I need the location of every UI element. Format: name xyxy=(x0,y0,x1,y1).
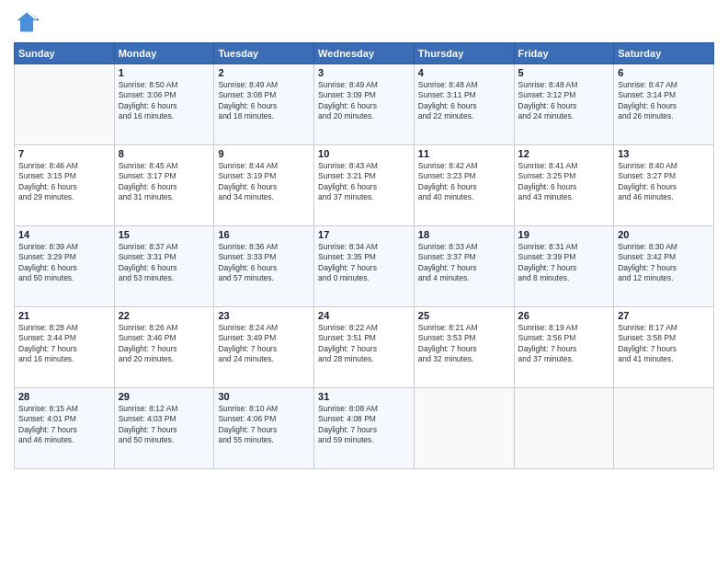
day-info: Sunrise: 8:19 AMSunset: 3:56 PMDaylight:… xyxy=(518,323,610,365)
calendar-cell: 30Sunrise: 8:10 AMSunset: 4:06 PMDayligh… xyxy=(214,388,314,469)
calendar-page: SundayMondayTuesdayWednesdayThursdayFrid… xyxy=(0,0,728,563)
day-number: 4 xyxy=(418,67,510,78)
weekday-header-cell: Monday xyxy=(114,43,214,64)
calendar-cell: 9Sunrise: 8:44 AMSunset: 3:19 PMDaylight… xyxy=(214,145,314,226)
weekday-header-cell: Tuesday xyxy=(214,43,314,64)
weekday-header-cell: Friday xyxy=(514,43,614,64)
day-info: Sunrise: 8:10 AMSunset: 4:06 PMDaylight:… xyxy=(218,404,310,446)
day-number: 2 xyxy=(218,67,310,78)
calendar-cell xyxy=(15,64,115,145)
calendar-cell: 17Sunrise: 8:34 AMSunset: 3:35 PMDayligh… xyxy=(314,226,415,307)
day-number: 7 xyxy=(18,148,110,159)
weekday-header-cell: Sunday xyxy=(15,43,115,64)
calendar-week-row: 21Sunrise: 8:28 AMSunset: 3:44 PMDayligh… xyxy=(15,307,714,388)
day-number: 17 xyxy=(318,229,410,240)
calendar-cell: 28Sunrise: 8:15 AMSunset: 4:01 PMDayligh… xyxy=(15,388,115,469)
day-info: Sunrise: 8:39 AMSunset: 3:29 PMDaylight:… xyxy=(18,242,110,284)
day-number: 19 xyxy=(518,229,610,240)
day-info: Sunrise: 8:08 AMSunset: 4:08 PMDaylight:… xyxy=(318,404,410,446)
calendar-cell: 15Sunrise: 8:37 AMSunset: 3:31 PMDayligh… xyxy=(114,226,214,307)
day-number: 16 xyxy=(218,229,310,240)
day-number: 15 xyxy=(119,229,210,240)
day-number: 8 xyxy=(119,148,210,159)
day-info: Sunrise: 8:47 AMSunset: 3:14 PMDaylight:… xyxy=(618,80,710,122)
day-info: Sunrise: 8:34 AMSunset: 3:35 PMDaylight:… xyxy=(318,242,410,284)
calendar-cell: 27Sunrise: 8:17 AMSunset: 3:58 PMDayligh… xyxy=(614,307,714,388)
day-info: Sunrise: 8:49 AMSunset: 3:08 PMDaylight:… xyxy=(218,80,310,122)
calendar-cell: 11Sunrise: 8:42 AMSunset: 3:23 PMDayligh… xyxy=(414,145,514,226)
day-number: 28 xyxy=(18,391,110,402)
calendar-cell xyxy=(614,388,714,469)
calendar-cell: 24Sunrise: 8:22 AMSunset: 3:51 PMDayligh… xyxy=(314,307,415,388)
day-number: 26 xyxy=(518,310,610,321)
day-number: 30 xyxy=(218,391,310,402)
weekday-header-cell: Wednesday xyxy=(314,43,415,64)
day-number: 10 xyxy=(318,148,410,159)
calendar-cell: 2Sunrise: 8:49 AMSunset: 3:08 PMDaylight… xyxy=(214,64,314,145)
header xyxy=(14,9,714,35)
calendar-cell xyxy=(514,388,614,469)
calendar-table: SundayMondayTuesdayWednesdayThursdayFrid… xyxy=(14,42,714,469)
calendar-cell: 16Sunrise: 8:36 AMSunset: 3:33 PMDayligh… xyxy=(214,226,314,307)
day-info: Sunrise: 8:40 AMSunset: 3:27 PMDaylight:… xyxy=(618,161,710,203)
day-info: Sunrise: 8:12 AMSunset: 4:03 PMDaylight:… xyxy=(119,404,210,446)
calendar-cell: 10Sunrise: 8:43 AMSunset: 3:21 PMDayligh… xyxy=(314,145,415,226)
day-info: Sunrise: 8:28 AMSunset: 3:44 PMDaylight:… xyxy=(18,323,110,365)
calendar-cell: 25Sunrise: 8:21 AMSunset: 3:53 PMDayligh… xyxy=(414,307,514,388)
day-number: 9 xyxy=(218,148,310,159)
day-info: Sunrise: 8:49 AMSunset: 3:09 PMDaylight:… xyxy=(318,80,410,122)
weekday-header-cell: Saturday xyxy=(614,43,714,64)
day-number: 29 xyxy=(119,391,210,402)
calendar-cell: 1Sunrise: 8:50 AMSunset: 3:06 PMDaylight… xyxy=(114,64,214,145)
calendar-cell: 19Sunrise: 8:31 AMSunset: 3:39 PMDayligh… xyxy=(514,226,614,307)
day-number: 14 xyxy=(18,229,110,240)
day-number: 1 xyxy=(119,67,210,78)
day-number: 24 xyxy=(318,310,410,321)
calendar-cell: 23Sunrise: 8:24 AMSunset: 3:49 PMDayligh… xyxy=(214,307,314,388)
day-info: Sunrise: 8:31 AMSunset: 3:39 PMDaylight:… xyxy=(518,242,610,284)
day-number: 3 xyxy=(318,67,410,78)
day-number: 23 xyxy=(218,310,310,321)
day-number: 11 xyxy=(418,148,510,159)
calendar-week-row: 7Sunrise: 8:46 AMSunset: 3:15 PMDaylight… xyxy=(15,145,714,226)
day-number: 22 xyxy=(119,310,210,321)
calendar-cell: 22Sunrise: 8:26 AMSunset: 3:46 PMDayligh… xyxy=(114,307,214,388)
day-info: Sunrise: 8:48 AMSunset: 3:11 PMDaylight:… xyxy=(418,80,510,122)
day-info: Sunrise: 8:45 AMSunset: 3:17 PMDaylight:… xyxy=(119,161,210,203)
calendar-cell xyxy=(414,388,514,469)
calendar-cell: 26Sunrise: 8:19 AMSunset: 3:56 PMDayligh… xyxy=(514,307,614,388)
day-number: 21 xyxy=(18,310,110,321)
day-info: Sunrise: 8:21 AMSunset: 3:53 PMDaylight:… xyxy=(418,323,510,365)
day-number: 6 xyxy=(618,67,710,78)
logo xyxy=(14,9,43,35)
day-info: Sunrise: 8:43 AMSunset: 3:21 PMDaylight:… xyxy=(318,161,410,203)
day-info: Sunrise: 8:44 AMSunset: 3:19 PMDaylight:… xyxy=(218,161,310,203)
day-info: Sunrise: 8:41 AMSunset: 3:25 PMDaylight:… xyxy=(518,161,610,203)
day-info: Sunrise: 8:26 AMSunset: 3:46 PMDaylight:… xyxy=(119,323,210,365)
day-number: 12 xyxy=(518,148,610,159)
day-number: 5 xyxy=(518,67,610,78)
day-info: Sunrise: 8:46 AMSunset: 3:15 PMDaylight:… xyxy=(18,161,110,203)
day-info: Sunrise: 8:15 AMSunset: 4:01 PMDaylight:… xyxy=(18,404,110,446)
calendar-week-row: 1Sunrise: 8:50 AMSunset: 3:06 PMDaylight… xyxy=(15,64,714,145)
day-info: Sunrise: 8:22 AMSunset: 3:51 PMDaylight:… xyxy=(318,323,410,365)
day-number: 13 xyxy=(618,148,710,159)
calendar-cell: 7Sunrise: 8:46 AMSunset: 3:15 PMDaylight… xyxy=(15,145,115,226)
day-info: Sunrise: 8:17 AMSunset: 3:58 PMDaylight:… xyxy=(618,323,710,365)
weekday-header-cell: Thursday xyxy=(414,43,514,64)
calendar-cell: 13Sunrise: 8:40 AMSunset: 3:27 PMDayligh… xyxy=(614,145,714,226)
day-info: Sunrise: 8:30 AMSunset: 3:42 PMDaylight:… xyxy=(618,242,710,284)
day-info: Sunrise: 8:42 AMSunset: 3:23 PMDaylight:… xyxy=(418,161,510,203)
day-info: Sunrise: 8:33 AMSunset: 3:37 PMDaylight:… xyxy=(418,242,510,284)
day-info: Sunrise: 8:37 AMSunset: 3:31 PMDaylight:… xyxy=(119,242,210,284)
calendar-cell: 3Sunrise: 8:49 AMSunset: 3:09 PMDaylight… xyxy=(314,64,415,145)
day-number: 25 xyxy=(418,310,510,321)
day-number: 18 xyxy=(418,229,510,240)
calendar-cell: 6Sunrise: 8:47 AMSunset: 3:14 PMDaylight… xyxy=(614,64,714,145)
day-info: Sunrise: 8:24 AMSunset: 3:49 PMDaylight:… xyxy=(218,323,310,365)
calendar-week-row: 28Sunrise: 8:15 AMSunset: 4:01 PMDayligh… xyxy=(15,388,714,469)
day-info: Sunrise: 8:50 AMSunset: 3:06 PMDaylight:… xyxy=(119,80,210,122)
day-info: Sunrise: 8:48 AMSunset: 3:12 PMDaylight:… xyxy=(518,80,610,122)
calendar-cell: 8Sunrise: 8:45 AMSunset: 3:17 PMDaylight… xyxy=(114,145,214,226)
calendar-cell: 14Sunrise: 8:39 AMSunset: 3:29 PMDayligh… xyxy=(15,226,115,307)
